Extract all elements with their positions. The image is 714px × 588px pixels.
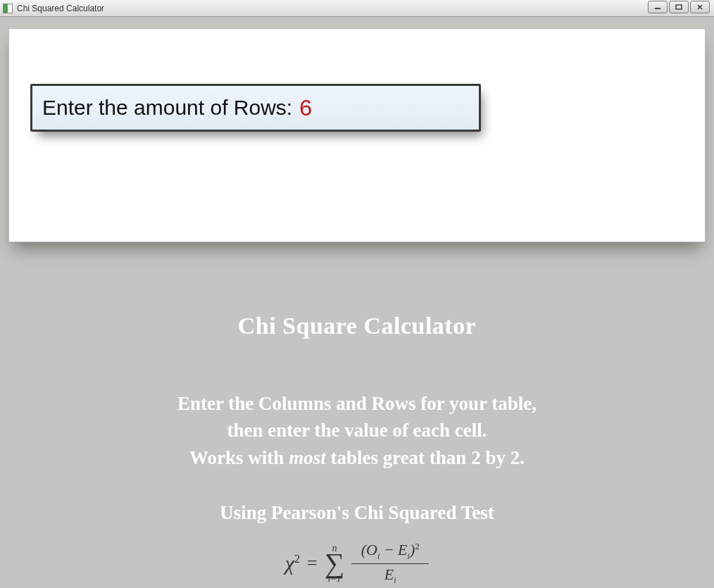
app-window: Chi Squared Calculator Enter the amount …	[0, 0, 714, 588]
formula-chi: χ2	[285, 551, 300, 575]
instructions-line3-em: most	[289, 447, 326, 468]
rows-input-box[interactable]: Enter the amount of Rows: 6	[30, 84, 481, 132]
instructions-line-1: Enter the Columns and Rows for your tabl…	[0, 390, 714, 417]
rows-input-value: 6	[299, 95, 312, 121]
formula-sum-lower: i=1	[327, 574, 341, 583]
instructions-line3-prefix: Works with	[189, 447, 289, 468]
app-icon	[3, 4, 13, 13]
info-section: Chi Square Calculator Enter the Columns …	[0, 277, 714, 588]
maximize-button[interactable]	[669, 1, 689, 13]
formula-numerator: (Oi − Ei)2	[361, 541, 420, 562]
formula-equals: =	[307, 553, 318, 574]
minimize-icon	[653, 4, 662, 11]
svg-rect-1	[676, 5, 682, 9]
window-controls	[648, 1, 710, 13]
formula-fraction: (Oi − Ei)2 Ei	[351, 541, 429, 587]
close-icon	[696, 4, 704, 11]
den-sub: i	[394, 576, 396, 586]
pearson-heading: Using Pearson's Chi Squared Test	[0, 502, 714, 524]
num-mid: − E	[380, 541, 407, 558]
formula-sum: n ∑ i=1	[325, 544, 345, 583]
maximize-icon	[675, 4, 683, 11]
minimize-button[interactable]	[648, 1, 668, 13]
chi-square-formula: χ2 = n ∑ i=1 (Oi − Ei)2 Ei	[0, 541, 714, 587]
formula-chi-letter: χ	[285, 551, 294, 575]
instructions-block: Enter the Columns and Rows for your tabl…	[0, 390, 714, 471]
rows-input-label: Enter the amount of Rows:	[42, 96, 292, 120]
instructions-line-2: then enter the value of each cell.	[0, 417, 714, 444]
sigma-icon: ∑	[325, 552, 345, 575]
titlebar: Chi Squared Calculator	[0, 0, 714, 17]
formula-chi-exp: 2	[294, 553, 300, 565]
num-exp: 2	[415, 541, 420, 551]
close-button[interactable]	[690, 1, 710, 13]
den-left: E	[384, 565, 394, 583]
content-area: Enter the amount of Rows: 6 Chi Square C…	[0, 17, 714, 588]
formula-fraction-bar	[351, 563, 429, 565]
num-left: (O	[361, 541, 377, 558]
instructions-line3-suffix: tables great than 2 by 2.	[326, 447, 525, 468]
input-panel: Enter the amount of Rows: 6	[8, 28, 706, 242]
instructions-line-3: Works with most tables great than 2 by 2…	[0, 444, 714, 471]
window-title: Chi Squared Calculator	[17, 4, 104, 13]
formula-denominator: Ei	[384, 565, 396, 586]
page-title: Chi Square Calculator	[0, 313, 714, 339]
